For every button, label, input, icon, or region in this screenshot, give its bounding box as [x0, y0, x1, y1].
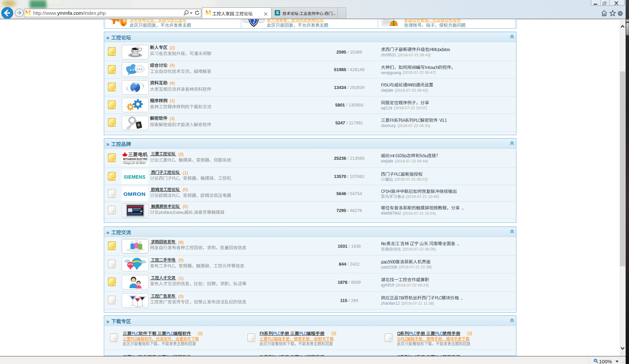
svg-text:M: M [25, 10, 31, 16]
svg-text:M: M [206, 10, 211, 16]
